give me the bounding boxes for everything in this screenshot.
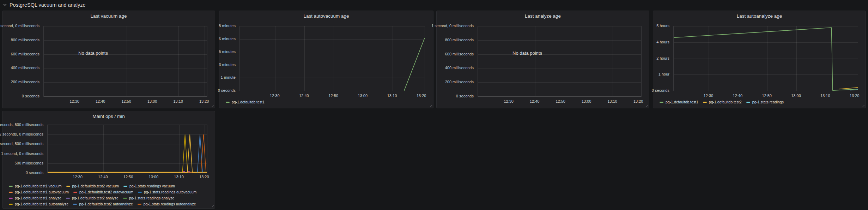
y-axis-tick-label: 0 seconds	[652, 88, 669, 93]
x-axis-tick-label: 12:30	[704, 93, 714, 98]
legend-series-swatch	[9, 204, 13, 205]
x-gridline	[561, 26, 561, 96]
legend-item[interactable]: pg-1.defaultdb.test1 autoanalyze	[9, 202, 68, 206]
legend-row: pg-1.defaultdb.test1 autoanalyzepg-1.def…	[9, 201, 201, 207]
y-axis-tick-label: 0 seconds	[26, 170, 43, 175]
legend-series-label: pg-1.defaultdb.test2	[709, 100, 742, 104]
panel-maint-ops-per-min[interactable]: Maint ops / min2 seconds, 500 millisecon…	[2, 111, 215, 209]
y-axis-tick-label: 400 milliseconds	[445, 65, 474, 70]
legend-item[interactable]: pg-1.stats.readings	[746, 100, 784, 104]
legend-series-swatch	[660, 102, 663, 103]
legend-row: pg-1.defaultdb.test1 vacuumpg-1.defaultd…	[9, 183, 180, 189]
legend-item[interactable]: pg-1.defaultdb.test1 autovacuum	[9, 190, 69, 194]
panel-title[interactable]: Last autoanalyze age	[653, 13, 866, 19]
x-axis-tick-label: 13:10	[387, 93, 397, 98]
x-gridline	[535, 26, 535, 96]
series-line-pg-1-defaultdb-test1	[674, 28, 858, 90]
x-axis: 12:3012:4012:5013:0013:1013:20	[43, 99, 207, 104]
x-axis-tick-label: 13:20	[417, 93, 426, 98]
x-axis: 12:3012:4012:5013:0013:1013:20	[673, 93, 857, 98]
legend-item[interactable]: pg-1.defaultdb.test2 vacuum	[66, 184, 119, 188]
y-gridline	[478, 68, 641, 68]
plot-area[interactable]	[673, 26, 858, 91]
legend-item[interactable]: pg-1.defaultdb.test2 autoanalyze	[73, 202, 133, 206]
panel-title[interactable]: Last vacuum age	[2, 13, 215, 19]
legend-series-label: pg-1.defaultdb.test2 autovacuum	[79, 190, 133, 194]
x-axis-tick-label: 13:00	[149, 174, 159, 180]
series-lines	[240, 26, 425, 91]
no-data-message: No data points	[78, 50, 108, 56]
legend-series-swatch	[138, 204, 141, 205]
y-gridline	[44, 96, 207, 97]
legend-series-label: pg-1.stats.readings autoanalyze	[144, 202, 196, 206]
panel-last-autoanalyze-age[interactable]: Last autoanalyze age5 hours4 hours2 hour…	[653, 11, 866, 108]
legend-item[interactable]: pg-1.stats.readings autovacuum	[138, 190, 196, 194]
legend-item[interactable]: pg-1.stats.readings analyze	[123, 196, 174, 200]
legend-row: pg-1.defaultdb.test1 analyzepg-1.default…	[9, 195, 179, 201]
legend-item[interactable]: pg-1.defaultdb.test1	[226, 100, 265, 104]
y-axis-tick-label: 600 milliseconds	[11, 52, 40, 56]
x-gridline	[613, 26, 613, 96]
plot-area[interactable]	[47, 125, 207, 173]
legend-series-label: pg-1.defaultdb.test1	[666, 100, 698, 104]
legend-item[interactable]: pg-1.defaultdb.test2 analyze	[66, 196, 119, 200]
legend-series-label: pg-1.defaultdb.test2 vacuum	[72, 184, 119, 188]
y-gridline	[478, 40, 641, 41]
x-axis-tick-label: 13:10	[173, 99, 183, 104]
legend-series-swatch	[9, 198, 13, 199]
x-gridline	[178, 26, 179, 96]
plot-area[interactable]	[43, 26, 207, 97]
y-axis-tick-label: 400 milliseconds	[11, 65, 40, 70]
panel-resize-handle[interactable]	[211, 104, 214, 107]
x-axis-tick-label: 12:50	[556, 99, 565, 104]
legend-series-label: pg-1.stats.readings vacuum	[129, 184, 175, 188]
plot-area[interactable]	[239, 26, 425, 91]
legend-series-swatch	[746, 102, 750, 103]
legend-series-swatch	[73, 204, 77, 205]
panel-resize-handle[interactable]	[211, 204, 214, 207]
legend-item[interactable]: pg-1.stats.readings autoanalyze	[138, 202, 196, 206]
row-header[interactable]: PostgreSQL vacuum and analyze	[3, 1, 85, 9]
legend-item[interactable]: pg-1.defaultdb.test1 analyze	[9, 196, 61, 200]
legend-series-swatch	[123, 186, 127, 187]
legend-item[interactable]: pg-1.stats.readings vacuum	[123, 184, 175, 188]
no-data-message: No data points	[512, 50, 542, 56]
x-gridline	[127, 26, 127, 96]
panel-last-vacuum-age[interactable]: Last vacuum age1 second, 0 milliseconds8…	[2, 11, 215, 108]
y-axis-tick-label: 1 second, 0 milliseconds	[0, 23, 40, 28]
x-axis-tick-label: 12:30	[270, 93, 280, 98]
x-axis-tick-label: 13:20	[850, 93, 860, 98]
panel-title[interactable]: Last analyze age	[437, 13, 649, 19]
row-title[interactable]: PostgreSQL vacuum and analyze	[10, 2, 85, 8]
legend-series-label: pg-1.defaultdb.test1 autoanalyze	[15, 202, 68, 206]
legend-series-swatch	[703, 102, 707, 103]
y-gridline	[478, 54, 641, 55]
panel-title[interactable]: Last autovacuum age	[219, 13, 433, 19]
x-axis-tick-label: 13:00	[147, 99, 157, 104]
y-gridline	[674, 91, 858, 91]
panel-title[interactable]: Maint ops / min	[2, 114, 215, 119]
series-line-pg-1-defaultdb-test2	[839, 88, 858, 89]
series-line-pg-1-stats-readings-autoanalyze	[201, 134, 206, 172]
x-axis-tick-label: 13:00	[358, 93, 368, 98]
plot-area[interactable]	[478, 26, 642, 97]
legend-item[interactable]: pg-1.defaultdb.test1	[660, 100, 698, 104]
panel-resize-handle[interactable]	[429, 104, 432, 107]
panel-last-analyze-age[interactable]: Last analyze age1 second, 0 milliseconds…	[436, 11, 649, 108]
y-axis-tick-label: 5 hours	[656, 23, 669, 28]
x-axis-tick-label: 12:30	[69, 99, 79, 104]
legend-item[interactable]: pg-1.defaultdb.test2 autovacuum	[73, 190, 133, 194]
panel-last-autovacuum-age[interactable]: Last autovacuum age8 minutes6 minutes5 m…	[219, 11, 433, 108]
legend-series-swatch	[66, 198, 70, 199]
chevron-down-icon[interactable]	[3, 3, 7, 7]
x-axis-tick-label: 13:10	[820, 93, 830, 98]
legend-series-swatch	[9, 186, 13, 187]
legend-item[interactable]: pg-1.defaultdb.test2	[703, 100, 742, 104]
y-axis-tick-label: 2 seconds, 500 milliseconds	[0, 122, 43, 127]
x-axis-tick-label: 13:20	[199, 174, 209, 180]
panel-resize-handle[interactable]	[645, 104, 648, 107]
panel-resize-handle[interactable]	[862, 104, 864, 107]
x-axis-tick-label: 13:00	[791, 93, 801, 98]
legend-series-swatch	[138, 192, 142, 193]
legend-item[interactable]: pg-1.defaultdb.test1 vacuum	[9, 184, 62, 188]
